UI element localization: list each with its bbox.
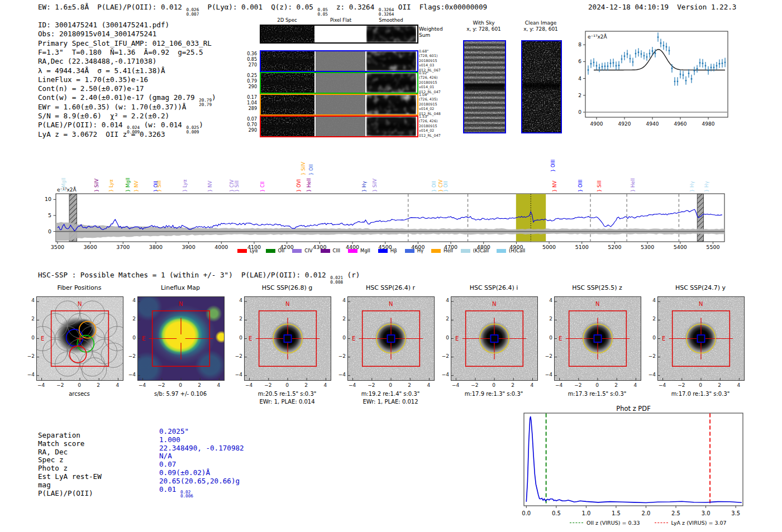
emission-line-label: } SiII — [597, 180, 602, 192]
cutout-overlay: NE — [658, 297, 744, 380]
svg-text:4980: 4980 — [702, 121, 715, 127]
x-tick-label: 0 — [589, 382, 605, 388]
legend-label: LyA z (VIRUS) = 3.07 — [671, 520, 727, 526]
compass-east: E — [249, 336, 252, 342]
legend-label: Hγ — [417, 248, 423, 253]
emission-line-label: } MgII — [61, 178, 66, 192]
legend-item: MgII — [348, 248, 370, 253]
info-line: Obs: 20180915v014_3001475241 — [38, 30, 156, 38]
legend-item: Hγ — [405, 248, 423, 253]
spec2d-dark-band — [366, 80, 416, 87]
catalog-position-box — [284, 335, 292, 342]
y-tick-label: 2 — [431, 316, 449, 322]
info-line: RA,Dec (22.348488,-0.171038) — [38, 57, 156, 65]
compass-north: N — [699, 301, 703, 307]
emission-line-label: } OII — [443, 181, 449, 192]
spec2d-row-annotation: 0.68"(728, 601)20180915v014_03012_RL_067 — [419, 49, 454, 73]
clean-dark-band — [522, 83, 561, 89]
y-tick-label: 4 — [431, 298, 449, 303]
spec2d-dark-band — [261, 59, 314, 65]
svg-text:3900: 3900 — [182, 244, 196, 249]
x-tick-label: 0 — [71, 382, 88, 388]
y-tick-label: −4 — [431, 372, 449, 377]
lya-legend-item: LyA z (VIRUS) = 3.07 — [655, 520, 727, 526]
match-label: RA, Dec — [38, 448, 68, 456]
noise-image — [316, 51, 365, 71]
match-label: Est LyA rest-EW — [38, 472, 102, 481]
y-tick-label: 0 — [118, 335, 136, 341]
spec2d-row-annotation: 1.53"(726, 426)20180915v014_02012_RL_047 — [419, 114, 454, 138]
legend-label: CIII — [333, 248, 340, 253]
x-tick-label: −4 — [241, 382, 258, 388]
legend-swatch — [405, 249, 414, 253]
spec2d-segment — [261, 73, 314, 93]
compass-north: N — [78, 301, 82, 307]
legend-swatch — [292, 249, 302, 253]
y-tick-label: 0 — [328, 335, 346, 341]
compass-east: E — [142, 336, 145, 342]
super-sub-fraction: 0.0260.007 — [186, 8, 199, 17]
y-tick-label: 4 — [328, 298, 346, 303]
emission-line-label: } MgII — [125, 178, 131, 192]
spec2d-segment — [366, 73, 416, 93]
spec2d-segment — [261, 26, 314, 42]
x-tick-label: −4 — [654, 382, 671, 388]
x-axis-ticks: 0.00.51.01.52.02.53.03.5 — [522, 506, 740, 516]
match-value: 0.2025" — [159, 427, 189, 435]
y-tick-label: 4 — [535, 298, 552, 303]
y-tick-label: 4 — [225, 298, 242, 303]
spec2d-row — [260, 72, 418, 94]
super-sub-fraction: 0.0250.009 — [187, 126, 199, 135]
cutout-image: NE — [36, 296, 123, 381]
sky-dark-band — [464, 83, 505, 90]
y-tick-label: −4 — [17, 372, 35, 377]
y-axis-ticks: 0510 — [45, 196, 56, 234]
spec2d-row-annotation: 0.92"(726, 426)20180915v014_01012_RL_047 — [419, 71, 454, 94]
cutout-overlay: NE — [348, 297, 434, 380]
x-tick-label: 2 — [191, 382, 208, 388]
spec2d-col-title: Smoothed — [366, 17, 416, 23]
y-tick-label: −2 — [118, 353, 136, 359]
spec2d-dark-band — [366, 123, 416, 131]
cutout-caption: m:17.0 re:1.3" s:0.3" — [632, 391, 769, 397]
y-tick-label: 2 — [118, 316, 136, 322]
svg-text:3.5: 3.5 — [731, 510, 740, 516]
svg-text:5100: 5100 — [575, 244, 589, 249]
x-tick-label: 0 — [692, 382, 709, 388]
svg-text:1.5: 1.5 — [612, 510, 621, 516]
y-tick-label: −2 — [17, 353, 35, 359]
spectrum-legend: LyαOIICIVCIIIMgIIHβHγHeII(K)CaII(H)CaII — [237, 248, 525, 253]
legend-item: (H)CaII — [497, 248, 525, 253]
spec2d-segment — [366, 26, 416, 42]
x-tick-label: −2 — [466, 382, 483, 388]
axis-tick-marks — [555, 301, 636, 380]
x-tick-label: −2 — [260, 382, 276, 388]
summary-header: EW: 1.6±5.8Å P(LAE)/P(OII): 0.012 0.0260… — [38, 3, 487, 17]
legend-item: CIII — [321, 248, 340, 253]
y-tick-label: −4 — [225, 372, 242, 377]
svg-text:5000: 5000 — [542, 244, 556, 249]
super-sub-fraction: 0.050.05 — [318, 8, 328, 17]
compass-north: N — [595, 301, 599, 307]
spec2d-segment — [316, 26, 365, 42]
legend-dash-swatch — [655, 523, 668, 523]
emission-line-label: } NV — [552, 181, 557, 192]
match-value: 0.09(±0.02)Å — [159, 468, 210, 477]
info-line: λ = 4944.34Å σ = 5.41(±1.38)Å — [38, 66, 165, 75]
y-tick-label: 0 — [431, 335, 449, 341]
x-tick-label: 2 — [298, 382, 314, 388]
spec2d-row-weights: 0.070.70290 — [240, 117, 257, 133]
plot-frame — [585, 31, 728, 117]
legend-label: (H)CaII — [509, 248, 525, 253]
noise-image — [316, 73, 365, 93]
cutout-overlay: NE — [245, 297, 331, 380]
svg-text:0: 0 — [48, 228, 51, 234]
spec2d-row — [260, 25, 418, 44]
emission-line-label: } SiII — [156, 180, 162, 192]
with-sky-image — [463, 40, 506, 133]
compass-east: E — [41, 336, 44, 342]
legend-dash-swatch — [570, 523, 583, 523]
spec2d-row — [260, 94, 418, 116]
super-sub-fraction: 0.020.006 — [180, 490, 193, 499]
legend-swatch — [321, 249, 330, 253]
